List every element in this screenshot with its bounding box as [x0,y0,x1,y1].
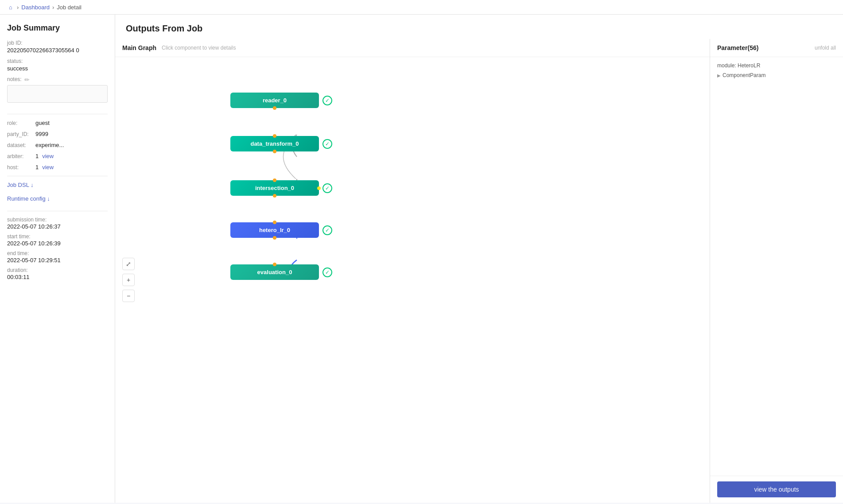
node-check-evaluation: ✓ [322,268,332,277]
node-hetero-lr[interactable]: hetero_lr_0 ✓ [230,222,332,238]
node-reader[interactable]: reader_0 ✓ [230,93,332,108]
main-content: Outputs From Job Main Graph Click compon… [115,15,843,503]
dataset-label: dataset: [7,142,34,148]
sidebar-title: Job Summary [7,23,108,33]
host-label: host: [7,164,34,171]
unfold-all-button[interactable]: unfold all [815,45,836,51]
node-label-evaluation: evaluation_0 [257,269,292,275]
node-label-hetero-lr: hetero_lr_0 [259,227,290,233]
content-area: Main Graph Click component to view detai… [115,39,843,503]
dataset-value: experime... [35,142,64,148]
node-box-reader[interactable]: reader_0 [230,93,319,108]
sidebar: Job Summary job ID: 20220507022663730556… [0,15,115,503]
bottom-bar: view the outputs [710,476,843,503]
page-title: Outputs From Job [126,23,832,34]
node-dot-reader-bottom [273,106,276,110]
node-dot-int-bottom [273,194,276,198]
host-value: 1 [35,164,39,171]
node-data-transform[interactable]: data_transform_0 ✓ [230,136,332,151]
breadcrumb: ⌂ › Dashboard › Job detail [0,0,843,15]
start-time-value: 2022-05-07 10:26:39 [7,240,108,247]
node-box-data-transform[interactable]: data_transform_0 [230,136,319,151]
node-check-hetero-lr: ✓ [322,225,332,235]
runtime-config-link[interactable]: Runtime config ↓ [7,195,50,202]
component-param-item[interactable]: ▶ ComponentParam [717,71,836,79]
end-time-value: 2022-05-07 10:29:51 [7,257,108,264]
node-label-reader: reader_0 [263,97,287,104]
node-check-intersection: ✓ [322,183,332,193]
breadcrumb-current: Job detail [57,4,82,11]
arbiter-value: 1 [35,153,39,159]
node-dot-dt-bottom [273,150,276,153]
node-dot-hl-bottom [273,236,276,240]
zoom-out-button[interactable]: − [122,290,135,302]
start-time-label: start time: [7,233,108,240]
arbiter-view-link[interactable]: view [42,153,54,159]
graph-canvas[interactable]: reader_0 ✓ data_transform_0 ✓ [115,57,710,503]
job-dsl-link[interactable]: Job DSL ↓ [7,182,34,188]
component-param-label: ComponentParam [723,72,765,78]
zoom-in-button[interactable]: + [122,274,135,286]
party-id-value: 9999 [35,131,48,137]
node-check-data-transform: ✓ [322,139,332,149]
end-time-label: end time: [7,250,108,256]
node-intersection[interactable]: intersection_0 ✓ [230,180,332,196]
role-value: guest [35,120,50,126]
arrow-icon: ▶ [717,73,721,78]
node-dot-int-top [273,178,276,182]
host-view-link[interactable]: view [42,164,54,171]
job-id-label: job ID: [7,40,108,46]
node-check-reader: ✓ [322,96,332,105]
page-header: Outputs From Job [115,15,843,39]
node-label-intersection: intersection_0 [255,185,294,191]
node-label-data-transform: data_transform_0 [250,140,299,147]
home-icon[interactable]: ⌂ [7,4,14,11]
duration-label: duration: [7,267,108,273]
connections-svg [115,57,710,503]
view-outputs-button[interactable]: view the outputs [717,481,836,497]
node-box-evaluation[interactable]: evaluation_0 [230,264,319,280]
fit-button[interactable]: ⤢ [122,258,135,270]
params-header: Parameter(56) unfold all [710,39,843,57]
node-dot-dt-top [273,134,276,138]
params-body: module: HeteroLR ▶ ComponentParam [710,57,843,476]
graph-header: Main Graph Click component to view detai… [115,39,710,57]
node-box-intersection[interactable]: intersection_0 [230,180,319,196]
submission-time-value: 2022-05-07 10:26:37 [7,223,108,230]
job-id-value: 202205070226637305564 0 [7,47,108,54]
arbiter-label: arbiter: [7,153,34,159]
node-evaluation[interactable]: evaluation_0 ✓ [230,264,332,280]
node-dot-int-right [317,186,321,190]
role-label: role: [7,120,34,126]
status-label: status: [7,58,108,64]
node-box-hetero-lr[interactable]: hetero_lr_0 [230,222,319,238]
node-dot-hl-top [273,221,276,224]
status-value: success [7,65,108,72]
main-layout: Job Summary job ID: 20220507022663730556… [0,15,843,503]
node-dot-ev-top [273,263,276,266]
module-line: module: HeteroLR [717,62,836,69]
duration-value: 00:03:11 [7,274,108,280]
breadcrumb-dashboard[interactable]: Dashboard [21,4,50,11]
graph-hint: Click component to view details [162,45,236,51]
params-panel: Parameter(56) unfold all module: HeteroL… [710,39,843,503]
notes-input[interactable] [7,85,108,103]
notes-label: notes: [7,76,22,82]
graph-panel: Main Graph Click component to view detai… [115,39,710,503]
graph-controls: ⤢ + − [122,258,135,302]
submission-time-label: submission time: [7,217,108,223]
params-title: Parameter(56) [717,44,758,51]
party-id-label: party_ID: [7,131,34,137]
edit-notes-icon[interactable]: ✏ [24,76,30,83]
graph-title: Main Graph [122,44,156,51]
